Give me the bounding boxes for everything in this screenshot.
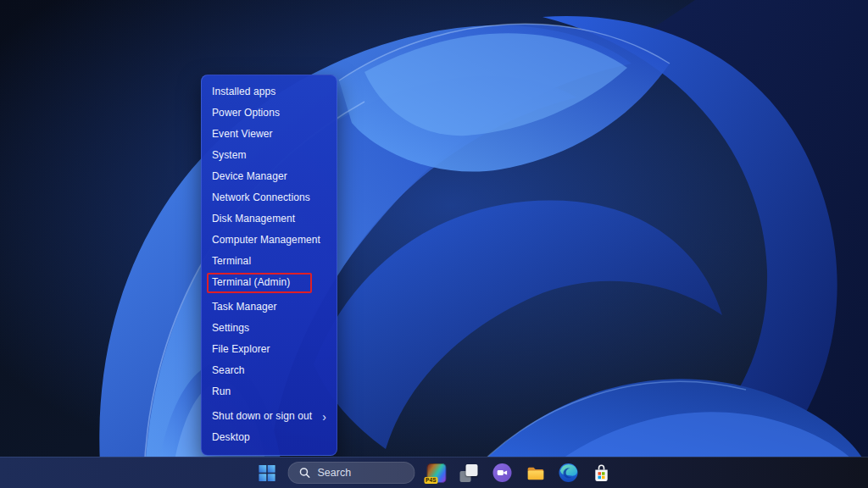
menu-item-label: Shut down or sign out	[212, 409, 312, 424]
task-view-front-square	[466, 464, 478, 476]
menu-item-device-manager[interactable]: Device Manager	[202, 166, 337, 187]
desktop: Installed appsPower OptionsEvent ViewerS…	[0, 0, 868, 488]
menu-item-label: Computer Management	[212, 233, 320, 247]
menu-item-run[interactable]: Run	[202, 381, 337, 402]
menu-item-label: Disk Management	[212, 212, 295, 226]
taskbar-center-group: Search P4S	[255, 461, 614, 485]
menu-item-label: Task Manager	[212, 300, 277, 314]
menu-item-file-explorer[interactable]: File Explorer	[202, 339, 337, 360]
menu-item-label: Search	[212, 363, 245, 378]
menu-item-search[interactable]: Search	[202, 360, 337, 381]
menu-item-power-options[interactable]: Power Options	[202, 103, 337, 124]
windows-logo-icon	[257, 463, 276, 483]
menu-item-disk-management[interactable]: Disk Management	[202, 208, 337, 230]
chat-icon[interactable]	[491, 461, 515, 485]
menu-item-system[interactable]: System	[202, 145, 337, 166]
submenu-chevron-icon: ›	[322, 411, 326, 423]
menu-item-label-highlighted: Terminal (Admin)	[207, 273, 312, 293]
wallpaper-bloom	[0, 0, 868, 488]
menu-item-task-manager[interactable]: Task Manager	[202, 297, 337, 318]
pinned-app-icon[interactable]: P4S	[425, 461, 448, 485]
menu-item-computer-management[interactable]: Computer Management	[202, 230, 337, 251]
file-explorer-icon[interactable]	[524, 461, 548, 485]
start-button[interactable]	[255, 461, 279, 485]
menu-item-event-viewer[interactable]: Event Viewer	[202, 124, 337, 145]
menu-item-terminal[interactable]: Terminal	[202, 251, 337, 272]
menu-item-network-connections[interactable]: Network Connections	[202, 187, 337, 208]
chat-video-glyph	[492, 463, 513, 483]
pinned-app-badge: P4S	[425, 477, 438, 484]
menu-item-label: System	[212, 148, 247, 163]
folder-glyph	[525, 463, 546, 484]
menu-item-label: Run	[212, 385, 231, 399]
menu-item-label: Device Manager	[212, 169, 287, 184]
menu-item-label: Settings	[212, 321, 249, 336]
edge-browser-icon[interactable]	[557, 461, 581, 485]
menu-item-shut-down-or-sign-out[interactable]: Shut down or sign out›	[202, 406, 337, 427]
search-label: Search	[318, 467, 352, 479]
menu-item-label: Desktop	[212, 430, 250, 445]
task-view-icon[interactable]	[458, 461, 481, 485]
winx-menu: Installed appsPower OptionsEvent ViewerS…	[201, 75, 337, 456]
menu-item-label: Network Connections	[212, 191, 310, 205]
menu-item-label: Power Options	[212, 106, 280, 120]
menu-item-label: Terminal	[212, 254, 251, 269]
taskbar: Search P4S	[0, 457, 868, 488]
menu-item-label: File Explorer	[212, 342, 270, 357]
menu-item-terminal-admin[interactable]: Terminal (Admin)	[202, 272, 337, 293]
menu-item-label: Event Viewer	[212, 127, 273, 141]
taskbar-search[interactable]: Search	[288, 462, 415, 484]
edge-glyph	[559, 463, 579, 483]
microsoft-store-icon[interactable]	[590, 461, 614, 485]
menu-item-installed-apps[interactable]: Installed apps	[202, 81, 337, 103]
store-glyph	[592, 463, 612, 483]
menu-item-desktop[interactable]: Desktop	[202, 427, 337, 448]
menu-item-label: Installed apps	[212, 85, 275, 99]
search-icon	[299, 467, 311, 479]
menu-item-settings[interactable]: Settings	[202, 318, 337, 339]
